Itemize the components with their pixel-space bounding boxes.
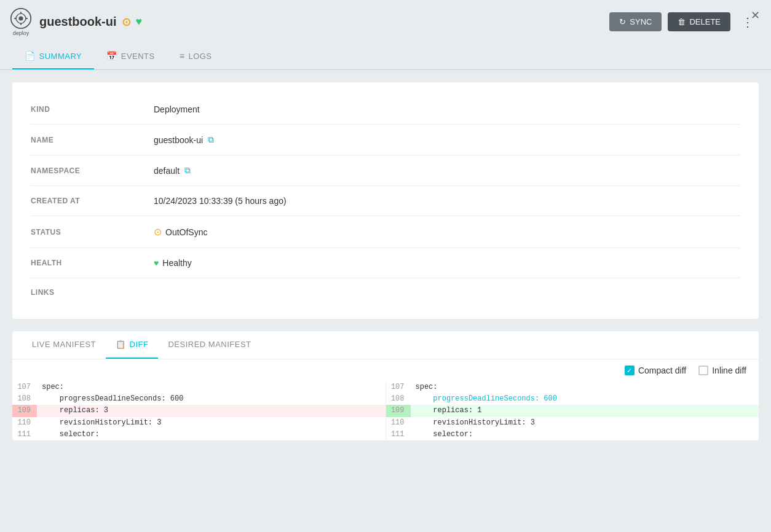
sync-button[interactable]: ↻ SYNC — [609, 12, 662, 31]
diff-left-line-111: 111 selector: — [12, 429, 386, 440]
info-row-status: STATUS ⊙ OutOfSync — [31, 216, 740, 248]
summary-icon: 📄 — [25, 51, 36, 61]
logo-area: deploy — [10, 7, 32, 36]
healthy-icon: ♥ — [154, 258, 159, 268]
diff-card: LIVE MANIFEST 📋 DIFF DESIRED MANIFEST ✓ … — [12, 331, 759, 440]
info-row-kind: KIND Deployment — [31, 95, 740, 125]
info-row-name: NAME guestbook-ui ⧉ — [31, 125, 740, 155]
diff-tab-desired[interactable]: DESIRED MANIFEST — [158, 331, 261, 359]
app-title: guestbook-ui ⊙ ♥ — [39, 15, 142, 29]
diff-left-side: 107 spec: 108 progressDeadlineSeconds: 6… — [12, 381, 386, 440]
info-row-health: HEALTH ♥ Healthy — [31, 248, 740, 278]
info-row-namespace: NAMESPACE default ⧉ — [31, 155, 740, 186]
logs-icon: ≡ — [180, 51, 185, 61]
copy-name-icon[interactable]: ⧉ — [208, 135, 214, 145]
diff-right-side: 107 spec: 108 progressDeadlineSeconds: 6… — [386, 381, 759, 440]
inline-diff-label[interactable]: Inline diff — [698, 366, 746, 375]
events-icon: 📅 — [106, 51, 117, 61]
svg-point-1 — [18, 16, 23, 20]
compact-diff-checkbox[interactable]: ✓ — [625, 366, 635, 375]
tab-summary[interactable]: 📄 SUMMARY — [12, 44, 94, 69]
summary-card: KIND Deployment NAME guestbook-ui ⧉ NAME… — [12, 82, 759, 319]
compact-diff-label[interactable]: ✓ Compact diff — [625, 366, 686, 375]
diff-tab-diff[interactable]: 📋 DIFF — [106, 331, 158, 359]
diff-content: 107 spec: 108 progressDeadlineSeconds: 6… — [12, 381, 759, 440]
tab-events[interactable]: 📅 EVENTS — [94, 44, 167, 69]
info-row-created: CREATED AT 10/24/2023 10:33:39 (5 hours … — [31, 186, 740, 216]
delete-icon: 🗑 — [678, 17, 686, 26]
deploy-logo-icon — [10, 7, 32, 29]
diff-right-line-107: 107 spec: — [386, 381, 759, 393]
diff-right-line-109: 109 replicas: 1 — [386, 405, 759, 417]
diff-options: ✓ Compact diff Inline diff — [12, 359, 759, 381]
sync-status-icon: ⊙ — [122, 15, 131, 29]
diff-left-line-107: 107 spec: — [12, 381, 386, 393]
modal-container: ✕ deploy guestbook-ui ⊙ ♥ ↻ SYNC — [0, 0, 771, 532]
tab-logs[interactable]: ≡ LOGS — [167, 44, 224, 69]
outofsync-icon: ⊙ — [154, 226, 162, 238]
close-button[interactable]: ✕ — [751, 9, 760, 22]
delete-button[interactable]: 🗑 DELETE — [668, 12, 730, 31]
diff-icon: 📋 — [116, 340, 126, 349]
diff-right-line-110: 110 revisionHistoryLimit: 3 — [386, 417, 759, 429]
main-content: KIND Deployment NAME guestbook-ui ⧉ NAME… — [0, 70, 771, 453]
info-row-links: LINKS — [31, 278, 740, 307]
header-left: deploy guestbook-ui ⊙ ♥ — [10, 7, 142, 36]
sync-icon: ↻ — [619, 17, 626, 26]
diff-left-line-108: 108 progressDeadlineSeconds: 600 — [12, 393, 386, 405]
main-tabs: 📄 SUMMARY 📅 EVENTS ≡ LOGS — [0, 44, 771, 70]
copy-namespace-icon[interactable]: ⧉ — [184, 165, 191, 176]
header: deploy guestbook-ui ⊙ ♥ ↻ SYNC 🗑 DELETE … — [0, 0, 771, 44]
header-right: ↻ SYNC 🗑 DELETE ⋮ — [609, 12, 759, 32]
diff-right-line-108: 108 progressDeadlineSeconds: 600 — [386, 393, 759, 405]
diff-tabs: LIVE MANIFEST 📋 DIFF DESIRED MANIFEST — [12, 331, 759, 359]
diff-left-line-110: 110 revisionHistoryLimit: 3 — [12, 417, 386, 429]
diff-left-line-109: 109 replicas: 3 — [12, 405, 386, 417]
diff-tab-live[interactable]: LIVE MANIFEST — [22, 331, 106, 359]
diff-right-line-111: 111 selector: — [386, 429, 759, 440]
logo-text: deploy — [13, 30, 30, 36]
inline-diff-checkbox[interactable] — [698, 366, 708, 375]
health-status-icon: ♥ — [136, 15, 143, 28]
